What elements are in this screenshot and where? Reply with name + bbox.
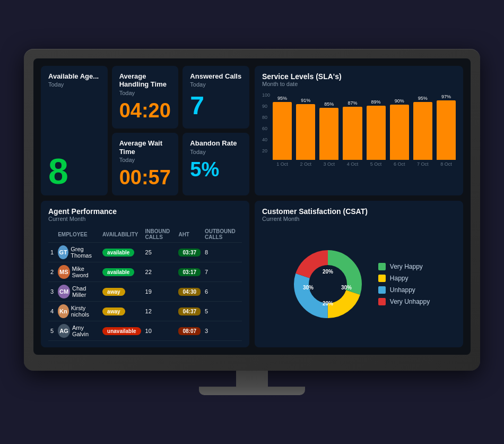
availability-badge-4: away bbox=[102, 308, 125, 315]
monitor-screen: Available Age... Today 8 Average Handlin… bbox=[33, 58, 471, 355]
table-row: 3 CM Chad Miller away 19 04:30 6 bbox=[48, 282, 242, 302]
agent-availability-5: unavailable bbox=[100, 321, 143, 341]
aht-badge-4: 04:37 bbox=[178, 308, 201, 315]
aht-badge-2: 03:17 bbox=[178, 268, 201, 276]
legend-very-happy: Very Happy bbox=[378, 263, 430, 270]
sla-bar-pct-4: 87% bbox=[347, 100, 357, 106]
sla-bar-label-5: 5 Oct bbox=[370, 161, 382, 167]
avg-wait-time-label: Average Wait Time bbox=[119, 139, 171, 156]
sla-bar-pct-3: 85% bbox=[324, 101, 334, 107]
legend-label-very-happy: Very Happy bbox=[390, 263, 423, 270]
sla-bar-3: 85%3 Oct bbox=[319, 92, 338, 167]
answered-calls-card: Answered Calls Today 7 bbox=[183, 66, 249, 129]
monitor-base bbox=[199, 387, 305, 395]
svg-text:30%: 30% bbox=[341, 285, 352, 291]
monitor-neck bbox=[236, 371, 268, 387]
agent-outbound-2: 7 bbox=[203, 262, 242, 282]
csat-section: Customer Satisfaction (CSAT) Current Mon… bbox=[255, 201, 463, 347]
csat-content: 20% 30% 20% 30% Very Happy bbox=[262, 227, 456, 341]
avg-handling-time-label: Average Handling Time bbox=[119, 72, 171, 89]
dashboard: Available Age... Today 8 Average Handlin… bbox=[33, 58, 471, 355]
avg-wait-time-value: 00:57 bbox=[119, 166, 171, 189]
legend-color-unhappy bbox=[378, 286, 386, 294]
available-agents-label: Available Age... bbox=[48, 72, 100, 81]
agent-outbound-1: 8 bbox=[203, 243, 242, 262]
legend-very-unhappy: Very Unhappy bbox=[378, 298, 430, 305]
y-label-20: 20 bbox=[262, 148, 270, 153]
agent-num-2: 2 bbox=[48, 262, 56, 282]
answered-calls-label: Answered Calls bbox=[190, 72, 242, 81]
agent-num-3: 3 bbox=[48, 282, 56, 302]
table-row: 2 MS Mike Sword available 22 03:17 7 bbox=[48, 262, 242, 282]
donut-chart: 20% 30% 20% 30% bbox=[288, 244, 368, 324]
sla-bar-label-6: 6 Oct bbox=[394, 161, 405, 167]
csat-subtitle: Current Month bbox=[262, 216, 456, 222]
col-outbound: OUTBOUND CALLS bbox=[203, 226, 242, 243]
abandon-rate-sublabel: Today bbox=[190, 149, 242, 155]
agent-aht-2: 03:17 bbox=[176, 262, 203, 282]
available-agents-value: 8 bbox=[48, 153, 100, 189]
sla-bar-fill-1 bbox=[273, 102, 292, 160]
sla-bar-1: 95%1 Oct bbox=[273, 92, 292, 167]
abandon-rate-label: Abandon Rate bbox=[190, 139, 242, 148]
avatar-2: MS bbox=[58, 265, 69, 279]
sla-bar-7: 95%7 Oct bbox=[413, 92, 432, 167]
col-availability: AVAILABILITY bbox=[100, 226, 143, 243]
y-label-60: 60 bbox=[262, 126, 270, 131]
agent-name-3: CM Chad Miller bbox=[56, 282, 100, 302]
availability-badge-1: available bbox=[102, 249, 134, 257]
avatar-1: GT bbox=[58, 245, 68, 259]
sla-bar-pct-7: 95% bbox=[418, 96, 428, 101]
agent-aht-3: 04:30 bbox=[176, 282, 203, 302]
agent-performance-section: Agent Performance Current Month EMPLOYEE… bbox=[41, 201, 249, 347]
agent-aht-1: 03:37 bbox=[176, 243, 203, 262]
sla-bar-fill-3 bbox=[319, 108, 338, 160]
avg-handling-time-card: Average Handling Time Today 04:20 bbox=[112, 66, 179, 129]
agent-outbound-3: 6 bbox=[203, 282, 242, 302]
col-inbound: INBOUND CALLS bbox=[143, 226, 177, 243]
sla-subtitle: Month to date bbox=[262, 81, 456, 87]
sla-bar-pct-2: 91% bbox=[301, 98, 310, 103]
agent-name-1: GT Greg Thomas bbox=[56, 243, 100, 262]
svg-text:20%: 20% bbox=[323, 301, 333, 306]
sla-bar-label-4: 4 Oct bbox=[347, 161, 359, 167]
kpi-section: Available Age... Today 8 Average Handlin… bbox=[41, 66, 249, 195]
avatar-5: AG bbox=[58, 324, 70, 338]
sla-bar-fill-7 bbox=[413, 102, 432, 160]
agent-outbound-5: 3 bbox=[203, 321, 242, 341]
avg-handling-time-sublabel: Today bbox=[119, 90, 171, 96]
avatar-3: CM bbox=[58, 285, 70, 298]
agent-availability-4: away bbox=[100, 302, 143, 321]
sla-bar-pct-8: 97% bbox=[441, 94, 451, 99]
available-agents-sublabel: Today bbox=[48, 81, 100, 88]
y-label-90: 90 bbox=[262, 104, 270, 109]
sla-bar-8: 97%8 Oct bbox=[437, 92, 456, 167]
availability-badge-2: available bbox=[102, 268, 134, 276]
y-label-80: 80 bbox=[262, 115, 270, 120]
sla-bar-fill-5 bbox=[367, 106, 386, 160]
agent-inbound-2: 22 bbox=[143, 262, 177, 282]
sla-bar-5: 89%5 Oct bbox=[367, 92, 386, 167]
agent-inbound-3: 19 bbox=[143, 282, 177, 302]
aht-badge-1: 03:37 bbox=[178, 249, 201, 257]
sla-bar-fill-6 bbox=[390, 105, 409, 160]
sla-bar-pct-5: 89% bbox=[371, 99, 381, 105]
sla-title: Service Levels (SLA's) bbox=[262, 72, 456, 81]
table-row: 5 AG Amy Galvin unavailable 10 08:07 3 bbox=[48, 321, 242, 341]
sla-bar-2: 91%2 Oct bbox=[296, 92, 315, 167]
agent-num-4: 4 bbox=[48, 302, 56, 321]
answered-calls-value: 7 bbox=[190, 91, 242, 120]
agent-inbound-1: 25 bbox=[143, 243, 177, 262]
monitor-bezel: Available Age... Today 8 Average Handlin… bbox=[24, 49, 480, 371]
csat-title: Customer Satisfaction (CSAT) bbox=[262, 207, 456, 216]
agent-aht-5: 08:07 bbox=[176, 321, 203, 341]
agent-availability-2: available bbox=[100, 262, 143, 282]
agent-name-5: AG Amy Galvin bbox=[56, 321, 100, 341]
legend-label-happy: Happy bbox=[390, 275, 409, 282]
abandon-rate-value: 5% bbox=[190, 158, 242, 181]
agent-table: EMPLOYEE AVAILABILITY INBOUND CALLS AHT … bbox=[48, 226, 242, 341]
svg-text:30%: 30% bbox=[303, 285, 314, 291]
agent-availability-3: away bbox=[100, 282, 143, 302]
aht-badge-3: 04:30 bbox=[178, 288, 201, 296]
avg-wait-time-card: Average Wait Time Today 00:57 bbox=[112, 133, 179, 195]
